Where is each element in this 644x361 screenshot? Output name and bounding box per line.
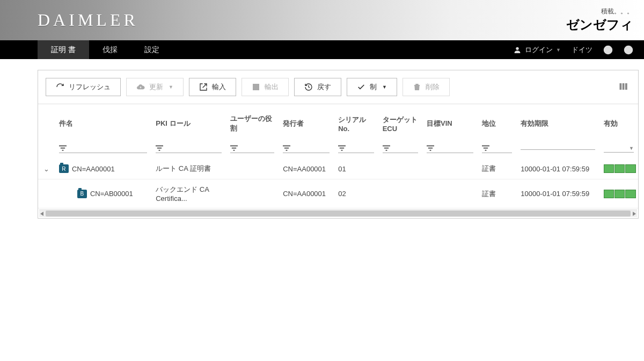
svg-rect-8	[623, 83, 625, 90]
filter-serial[interactable]	[338, 145, 374, 153]
cell-status: 証書	[478, 179, 516, 208]
filter-name[interactable]	[59, 145, 147, 153]
filter-icon	[230, 145, 238, 151]
caret-down-icon: ▼	[629, 146, 634, 151]
export-icon	[252, 83, 260, 91]
svg-rect-24	[341, 150, 343, 151]
cell-valid	[599, 179, 638, 208]
revert-button[interactable]: 戻す	[294, 78, 341, 96]
svg-point-2	[608, 52, 608, 52]
svg-rect-30	[430, 150, 431, 151]
horizontal-scrollbar[interactable]	[39, 210, 637, 217]
import-label: 輸入	[212, 82, 226, 92]
caret-down-icon: ▼	[556, 47, 561, 53]
caret-down-icon: ▼	[382, 84, 387, 90]
svg-rect-9	[625, 83, 627, 90]
update-button[interactable]: 更新 ▼	[126, 78, 184, 96]
column-picker-button[interactable]	[617, 80, 631, 95]
expand-toggle[interactable]: ⌄	[43, 165, 49, 173]
col-name[interactable]: 件名	[55, 104, 151, 143]
import-button[interactable]: 輸入	[189, 78, 236, 96]
brand-logo: DAIMLER	[38, 10, 138, 30]
svg-rect-31	[482, 145, 489, 146]
export-button[interactable]: 輸出	[241, 78, 289, 96]
col-target-ecu[interactable]: ターゲット ECU	[378, 104, 422, 143]
filter-icon	[283, 145, 290, 151]
tab-settings[interactable]: 設定	[131, 40, 173, 59]
content: リフレッシュ 更新 ▼ 輸入 輸出 戻す 制 ▼	[0, 59, 644, 224]
col-target-vin[interactable]: 目標VIN	[422, 104, 478, 143]
svg-rect-27	[385, 150, 387, 151]
login-label: ログイン	[525, 45, 553, 55]
table-row[interactable]: BCN=AB00001バックエンド CA Certifica...CN=AA00…	[38, 179, 638, 208]
filter-status[interactable]	[482, 145, 512, 153]
trash-icon	[413, 83, 421, 91]
cell-valid-until: 10000-01-01 07:59:59	[516, 179, 599, 208]
cell-serial: 02	[334, 179, 378, 208]
control-button[interactable]: 制 ▼	[347, 78, 397, 96]
svg-rect-32	[484, 148, 488, 149]
filter-valid[interactable]: ▼	[604, 146, 634, 153]
svg-rect-21	[286, 150, 288, 151]
col-valid-until[interactable]: 有効期限	[516, 104, 599, 143]
login-menu[interactable]: ログイン ▼	[513, 45, 561, 55]
svg-rect-13	[156, 145, 163, 146]
delete-label: 削除	[426, 82, 440, 92]
filter-row: ▼	[38, 143, 638, 158]
caret-down-icon: ▼	[169, 84, 173, 90]
filter-icon	[427, 145, 434, 151]
cell-target-ecu	[378, 179, 422, 208]
svg-rect-33	[485, 150, 487, 151]
loading-text: 積載。。。	[566, 7, 633, 16]
filter-icon	[383, 145, 390, 151]
col-serial[interactable]: シリアルNo.	[334, 104, 378, 143]
refresh-button[interactable]: リフレッシュ	[46, 78, 121, 96]
tab-certificates[interactable]: 証明 書	[38, 40, 89, 59]
svg-rect-20	[284, 148, 289, 149]
cell-issuer: CN=AA00001	[279, 158, 334, 179]
cell-pki-role: ルート CA 証明書	[151, 158, 226, 179]
info-icon	[624, 45, 633, 55]
cell-status: 証書	[478, 158, 516, 179]
col-issuer[interactable]: 発行者	[279, 104, 334, 143]
tab-logging[interactable]: 伐採	[89, 40, 131, 59]
delete-button[interactable]: 削除	[402, 78, 450, 96]
col-pki-role[interactable]: PKI ロール	[151, 104, 226, 143]
scroll-thumb[interactable]	[46, 211, 631, 216]
language-label: ドイツ	[572, 45, 592, 55]
svg-rect-10	[59, 145, 67, 146]
filter-pki-role[interactable]	[156, 145, 222, 153]
svg-rect-7	[620, 83, 622, 90]
cell-target-vin	[422, 158, 478, 179]
filter-target-vin[interactable]	[427, 145, 473, 153]
refresh-icon	[56, 83, 64, 91]
folder-icon: B	[77, 190, 87, 198]
cell-valid-until: 10000-01-01 07:59:59	[516, 158, 599, 179]
cell-serial: 01	[334, 158, 378, 179]
filter-target-ecu[interactable]	[383, 145, 418, 153]
revert-label: 戻す	[317, 82, 331, 92]
validity-indicator	[604, 164, 636, 173]
import-icon	[199, 83, 208, 91]
info-button[interactable]	[624, 45, 633, 55]
svg-rect-11	[61, 148, 65, 149]
cell-pki-role: バックエンド CA Certifica...	[151, 179, 226, 208]
filter-valid-until[interactable]	[521, 148, 595, 150]
col-status[interactable]: 地位	[478, 104, 516, 143]
svg-rect-16	[230, 145, 238, 146]
cell-name: RCN=AA00001	[59, 164, 147, 173]
col-valid[interactable]: 有効	[599, 104, 638, 143]
history-icon	[304, 83, 313, 91]
validity-indicator	[604, 190, 636, 198]
col-user-role[interactable]: ユーザーの役割	[226, 104, 279, 143]
help-icon	[603, 45, 613, 55]
refresh-label: リフレッシュ	[69, 82, 111, 92]
filter-user-role[interactable]	[230, 145, 274, 153]
filter-issuer[interactable]	[283, 145, 330, 153]
help-button[interactable]	[603, 45, 613, 55]
table-row[interactable]: ⌄RCN=AA00001ルート CA 証明書CN=AA0000101証書1000…	[38, 158, 638, 179]
filter-icon	[59, 145, 67, 151]
language-menu[interactable]: ドイツ	[572, 45, 592, 55]
svg-rect-28	[427, 145, 434, 146]
svg-rect-23	[340, 148, 344, 149]
